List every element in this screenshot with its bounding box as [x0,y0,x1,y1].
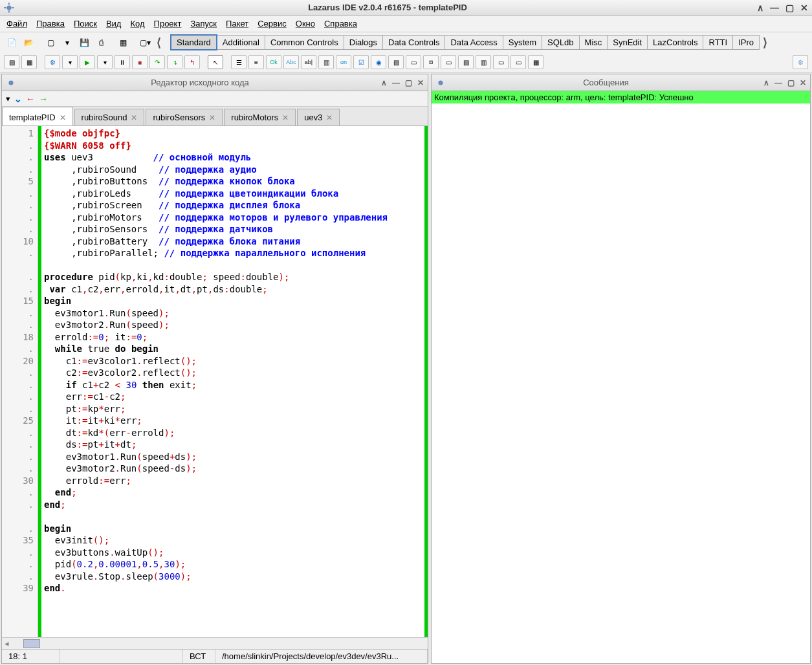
nav-forward-button[interactable]: → [39,94,48,104]
nav-expand-icon[interactable]: ⌄ [14,94,22,104]
messages-close-icon[interactable]: ✕ [800,78,806,87]
tab-rubirosensors[interactable]: rubiroSensors✕ [146,109,223,125]
ptab-system[interactable]: System [503,35,542,50]
comp-listbox[interactable]: ▤ [388,55,404,69]
step-over-button[interactable]: ↷ [149,55,165,69]
menu-code[interactable]: Код [130,19,144,28]
ptab-common[interactable]: Common Controls [265,35,344,50]
pause-button[interactable]: ⏸ [115,55,130,69]
ptab-synedit[interactable]: SynEdit [607,35,648,50]
open-button[interactable]: 📂 [21,36,36,50]
ptab-lazcontrols[interactable]: LazControls [647,35,703,50]
ptab-additional[interactable]: Additional [217,35,265,50]
ptab-standard[interactable]: Standard [170,34,217,50]
tab-rubirosound[interactable]: rubiroSound✕ [74,109,145,125]
comp-button[interactable]: Ok [266,55,281,69]
palette-options-icon[interactable]: ⚙ [793,55,808,69]
view-units-icon[interactable]: ▤ [4,55,19,69]
nav-back-button[interactable]: ← [26,94,35,104]
menu-run[interactable]: Запуск [190,19,217,28]
scroll-thumb[interactable] [23,639,40,648]
ptab-datacontrols[interactable]: Data Controls [382,35,445,50]
stop-button[interactable]: ■ [132,55,148,69]
palette-prev[interactable]: ⟨ [154,36,164,50]
messages-body[interactable]: Компиляция проекта, процессор: arm, цель… [432,91,810,663]
tab-label: rubiroSound [82,113,127,122]
editor-maximize-icon[interactable]: ▢ [405,78,412,87]
ptab-dialogs[interactable]: Dialogs [344,35,383,50]
menu-help[interactable]: Справка [324,19,357,28]
new-unit-button[interactable]: 📄 [4,36,19,50]
comp-combobox[interactable]: ▭ [406,55,421,69]
tab-rubiromotors[interactable]: rubiroMotors✕ [224,109,296,125]
comp-label[interactable]: Abc [283,55,299,69]
tab-close-icon[interactable]: ✕ [209,113,215,122]
comp-checkgroup[interactable]: ▥ [476,55,491,69]
maximize-button[interactable]: ▢ [785,3,794,13]
menu-project[interactable]: Проект [154,19,182,28]
comp-radiobutton[interactable]: ◉ [371,55,386,69]
editor-close-icon[interactable]: ✕ [417,78,424,87]
menu-edit[interactable]: Правка [36,19,65,28]
editor-rollup-icon[interactable]: ∧ [381,78,387,87]
messages-rollup-icon[interactable]: ∧ [763,78,769,87]
run-settings-icon[interactable]: ⚙ [45,55,60,69]
tab-close-icon[interactable]: ✕ [131,113,137,122]
ptab-sqldb[interactable]: SQLdb [542,35,579,50]
saveall-button[interactable]: ⎙ [93,36,109,50]
ptab-rtti[interactable]: RTTI [703,35,733,50]
ptab-ipro[interactable]: IPro [732,35,760,50]
menu-service[interactable]: Сервис [258,19,287,28]
step-into-button[interactable]: ↴ [167,55,182,69]
comp-popupmenu[interactable]: ≡ [248,55,264,69]
step-out-button[interactable]: ↰ [184,55,200,69]
ptab-dataaccess[interactable]: Data Access [444,35,503,50]
tab-templatepid[interactable]: templatePID✕ [2,107,73,125]
palette-next[interactable]: ⟩ [760,36,770,50]
minimize-arrow-icon[interactable]: ∧ [757,3,763,13]
tab-close-icon[interactable]: ✕ [60,113,66,122]
comp-actionlist[interactable]: ▦ [528,55,543,69]
save-button[interactable]: 💾 [76,36,92,50]
comp-togglebox[interactable]: on [336,55,351,69]
editor-hscrollbar[interactable]: ◂ [2,637,428,649]
menu-file[interactable]: Файл [6,19,27,28]
menu-view[interactable]: Вид [106,19,122,28]
selection-tool[interactable]: ↖ [208,55,223,69]
comp-mainmenu[interactable]: ☰ [231,55,247,69]
code-text[interactable]: {$mode objfpc} {$WARN 6058 off} uses uev… [41,126,424,637]
view-units-button[interactable]: ▢▾ [137,36,153,50]
tab-close-icon[interactable]: ✕ [282,113,289,122]
comp-groupbox[interactable]: ▭ [441,55,456,69]
comp-frame[interactable]: ▭ [510,55,526,69]
messages-minimize-icon[interactable]: — [774,78,782,87]
comp-checkbox[interactable]: ☑ [353,55,369,69]
comp-radiogroup[interactable]: ▤ [458,55,474,69]
comp-memo[interactable]: ▥ [318,55,334,69]
comp-edit[interactable]: ab| [301,55,316,69]
menu-package[interactable]: Пакет [226,19,248,28]
comp-panel[interactable]: ▭ [493,55,509,69]
view-forms-icon[interactable]: ▦ [21,55,37,69]
message-line[interactable]: Компиляция проекта, процессор: arm, цель… [432,91,810,104]
new-form-button[interactable]: ▢ [43,36,58,50]
editor-minimize-icon[interactable]: — [392,78,400,87]
comp-scrollbar[interactable]: ⧈ [423,55,439,69]
scroll-left-icon[interactable]: ◂ [2,638,12,648]
open-drop-button[interactable]: ▾ [60,36,75,50]
menu-window[interactable]: Окно [296,19,315,28]
run-drop-icon[interactable]: ▾ [62,55,78,69]
menu-search[interactable]: Поиск [74,19,97,28]
messages-maximize-icon[interactable]: ▢ [787,78,795,87]
window-title: Lazarus IDE v2.0.4 r61675 - templatePID [18,3,757,12]
nav-menu-icon[interactable]: ▾ [6,94,10,104]
tab-close-icon[interactable]: ✕ [326,113,333,122]
run-drop2-icon[interactable]: ▾ [97,55,113,69]
close-button[interactable]: ✕ [800,3,808,13]
tab-uev3[interactable]: uev3✕ [297,109,340,125]
ptab-misc[interactable]: Misc [579,35,608,50]
run-button[interactable]: ▶ [80,55,95,69]
minimize-button[interactable]: — [770,3,779,13]
switch-form-button[interactable]: ▦ [115,36,131,50]
code-area[interactable]: 1...5....10...15..18.20....25....30...35… [2,126,428,637]
